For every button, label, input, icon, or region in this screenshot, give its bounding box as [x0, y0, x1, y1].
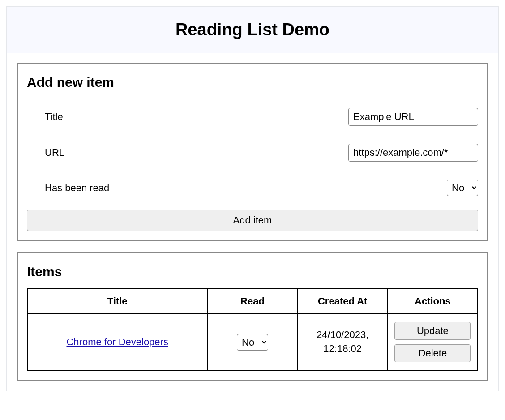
app-container: Reading List Demo Add new item Title URL…	[6, 6, 499, 391]
page-title: Reading List Demo	[16, 20, 489, 39]
url-label: URL	[45, 147, 64, 159]
cell-title: Chrome for Developers	[27, 314, 207, 370]
col-created: Created At	[298, 289, 388, 314]
cell-read: No Yes	[207, 314, 297, 370]
content: Add new item Title URL Has been read No …	[7, 53, 498, 391]
items-heading: Items	[27, 264, 478, 279]
update-button[interactable]: Update	[394, 322, 471, 340]
items-section: Items Title Read Created At Actions	[17, 252, 488, 381]
created-time: 12:18:02	[323, 343, 362, 354]
url-input[interactable]	[348, 144, 478, 162]
title-label: Title	[45, 111, 63, 123]
read-row: Has been read No Yes	[27, 171, 478, 205]
cell-created: 24/10/2023, 12:18:02	[298, 314, 388, 370]
add-item-section: Add new item Title URL Has been read No …	[17, 63, 488, 241]
add-item-heading: Add new item	[27, 75, 478, 90]
table-row: Chrome for Developers No Yes 24/10/2023,…	[27, 314, 478, 370]
items-table: Title Read Created At Actions Chrome for…	[27, 288, 478, 371]
table-header-row: Title Read Created At Actions	[27, 289, 478, 314]
url-row: URL	[27, 135, 478, 171]
delete-button[interactable]: Delete	[394, 344, 471, 362]
read-select[interactable]: No Yes	[447, 180, 478, 196]
col-title: Title	[27, 289, 207, 314]
header: Reading List Demo	[7, 7, 498, 53]
cell-actions: Update Delete	[388, 314, 478, 370]
created-date: 24/10/2023,	[317, 329, 368, 340]
title-input[interactable]	[348, 108, 478, 126]
read-label: Has been read	[45, 182, 109, 194]
item-link[interactable]: Chrome for Developers	[66, 336, 168, 347]
title-row: Title	[27, 99, 478, 135]
add-item-button[interactable]: Add item	[27, 210, 478, 231]
row-read-select[interactable]: No Yes	[237, 334, 268, 351]
col-actions: Actions	[388, 289, 478, 314]
col-read: Read	[207, 289, 297, 314]
